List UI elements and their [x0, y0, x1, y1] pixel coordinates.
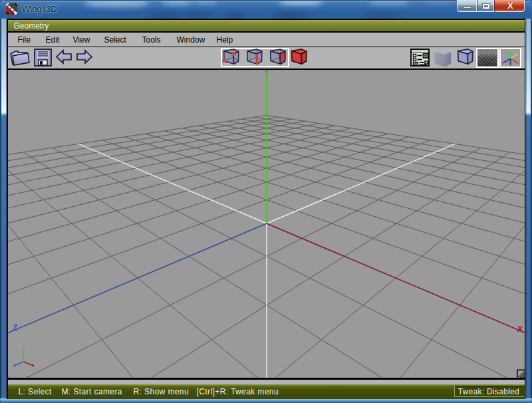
svg-text:Z: Z: [13, 323, 17, 333]
svg-text:Y: Y: [264, 70, 269, 77]
svg-text:X: X: [517, 325, 523, 334]
